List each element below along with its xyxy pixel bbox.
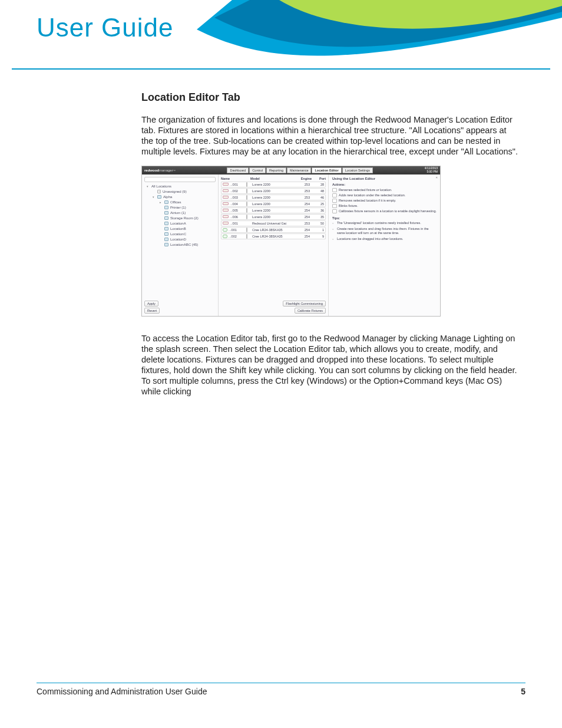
folder-icon	[164, 243, 168, 246]
app-brand: redwoodmanager™	[144, 169, 176, 172]
section-title: Location Editor Tab	[141, 91, 518, 104]
tab-location-editor[interactable]: Location Editor	[312, 167, 341, 173]
info-icon[interactable]	[246, 228, 247, 232]
user-guide-title: User Guide	[37, 13, 174, 42]
tree-item-label: All Locations	[151, 185, 171, 188]
fixture-icon	[223, 209, 229, 212]
app-body: ▾All Locations?Unassigned (9)▾Alpha▸Offi…	[142, 174, 440, 316]
tab-maintenance[interactable]: Maintenance	[287, 167, 312, 173]
help-title: Using the Location Editor	[332, 177, 437, 180]
tree-item-label: LocationABC (45)	[170, 243, 198, 246]
info-icon[interactable]	[246, 215, 247, 219]
fixture-row[interactable]: ...003Lunera 220025346	[221, 195, 326, 200]
tree-item-label: LocationC	[170, 232, 186, 236]
fixture-row[interactable]: ...005Lunera 220025436	[221, 207, 326, 213]
location-tree: ▾All Locations?Unassigned (9)▾Alpha▸Offi…	[144, 184, 216, 248]
tree-item-label: Alpha	[163, 195, 172, 199]
fixture-icon	[223, 196, 229, 199]
tree-item-label: LocationB	[170, 227, 186, 230]
fixture-row[interactable]: ...004Lunera 220025425	[221, 201, 326, 207]
tree-item[interactable]: ?Unassigned (9)	[144, 189, 216, 195]
fixture-icon	[223, 235, 227, 238]
folder-icon	[164, 222, 168, 225]
tree-item-label: Offices	[170, 200, 181, 204]
col-engine[interactable]: Engine	[299, 177, 314, 180]
header-swoosh-graphic	[197, 0, 562, 71]
tab-dashboard[interactable]: Dashboard	[227, 167, 249, 173]
close-icon[interactable]: ×	[435, 176, 438, 179]
folder-icon	[157, 195, 161, 199]
folder-icon	[164, 206, 168, 209]
intro-paragraph: The organization of fixtures and locatio…	[141, 114, 518, 157]
tree-item-label: LocationA	[170, 222, 186, 225]
tree-item-label: Storage Room (2)	[170, 216, 199, 220]
tree-item[interactable]: ▾All Locations	[144, 184, 216, 189]
folder-icon	[164, 238, 168, 241]
info-icon[interactable]	[246, 195, 247, 200]
tree-item[interactable]: ▸Offices	[144, 200, 216, 205]
tree-item[interactable]: LocationD	[144, 237, 216, 242]
brand-part1: redwood	[144, 169, 159, 172]
action-icon	[332, 199, 337, 203]
fixture-icon	[223, 189, 229, 192]
calibrate-fixtures-button[interactable]: Calibrate Fixtures	[295, 308, 326, 314]
tips-label: Tips:	[332, 216, 437, 220]
revert-button[interactable]: Revert	[144, 308, 160, 314]
action-item: Removes selected location if it is empty…	[332, 198, 437, 203]
folder-icon	[164, 232, 168, 236]
fixture-row[interactable]: ...001Cree LR24-38SKA352541	[221, 227, 326, 233]
page-header: User Guide	[0, 0, 562, 71]
fixture-row[interactable]: ...001Lunera 220025328	[221, 182, 326, 187]
tip-item: Create new locations and drag fixtures i…	[332, 227, 437, 235]
tree-item-label: LocationD	[170, 238, 186, 241]
tree-item[interactable]: LocationB	[144, 226, 216, 232]
apply-button[interactable]: Apply	[144, 301, 158, 307]
fixture-row[interactable]: ...001Redwood Universal Gat25350	[221, 220, 326, 226]
page-footer: Commissioning and Administration User Gu…	[37, 687, 525, 696]
tree-item[interactable]: Storage Room (2)	[144, 216, 216, 221]
tab-reporting[interactable]: Reporting	[266, 167, 286, 173]
grid-header[interactable]: Name Model Engine Port	[221, 177, 326, 182]
info-icon[interactable]	[246, 189, 247, 193]
action-item: Calibrates fixture sensors in a location…	[332, 209, 437, 214]
tab-control[interactable]: Control	[249, 167, 266, 173]
tree-item[interactable]: LocationC	[144, 232, 216, 237]
col-model[interactable]: Model	[250, 177, 299, 180]
tip-item: Locations can be dragged into other loca…	[332, 237, 437, 241]
brand-part2: manager	[159, 169, 173, 172]
tab-location-settings[interactable]: Location Settings	[342, 167, 373, 173]
action-item: Renames selected fixture or location.	[332, 187, 437, 193]
app-time: 5:00 PM	[425, 170, 438, 174]
fixture-row[interactable]: ...002Cree LR24-38SKA352549	[221, 233, 326, 239]
col-port[interactable]: Port	[314, 177, 326, 180]
tree-item[interactable]: ▾Alpha	[144, 195, 216, 200]
tree-item[interactable]: LocationA	[144, 221, 216, 226]
action-icon	[332, 209, 337, 213]
flashlight-commissioning-button[interactable]: Flashlight Commissioning	[283, 301, 326, 307]
info-icon[interactable]	[246, 208, 247, 213]
fixture-icon	[223, 215, 229, 218]
tree-item[interactable]: Printer (1)	[144, 205, 216, 210]
info-icon[interactable]	[246, 234, 247, 239]
tree-item[interactable]: Atrium (1)	[144, 210, 216, 216]
action-icon	[332, 188, 337, 192]
col-name[interactable]: Name	[221, 177, 244, 180]
actions-list: Renames selected fixture or location.Add…	[332, 187, 437, 214]
footer-rule	[37, 683, 525, 683]
info-icon[interactable]	[246, 202, 247, 206]
folder-icon	[164, 227, 168, 230]
content-area: Location Editor Tab The organization of …	[141, 91, 518, 405]
tree-item-label: Printer (1)	[170, 206, 186, 209]
fixture-row[interactable]: ...006Lunera 220025435	[221, 214, 326, 220]
action-item: Adds new location under the selected loc…	[332, 193, 437, 198]
info-icon[interactable]	[246, 182, 247, 187]
action-icon	[332, 204, 337, 208]
search-input[interactable]	[144, 177, 216, 182]
fixture-row[interactable]: ...002Lunera 220025348	[221, 188, 326, 194]
app-titlebar: redwoodmanager™ Dashboard Control Report…	[142, 166, 440, 174]
tree-item-label: Atrium (1)	[170, 211, 186, 215]
tree-item[interactable]: LocationABC (45)	[144, 242, 216, 248]
action-item: Blinks fixture.	[332, 203, 437, 209]
tree-item-label: Unassigned (9)	[163, 190, 187, 193]
app-screenshot: redwoodmanager™ Dashboard Control Report…	[141, 166, 441, 317]
